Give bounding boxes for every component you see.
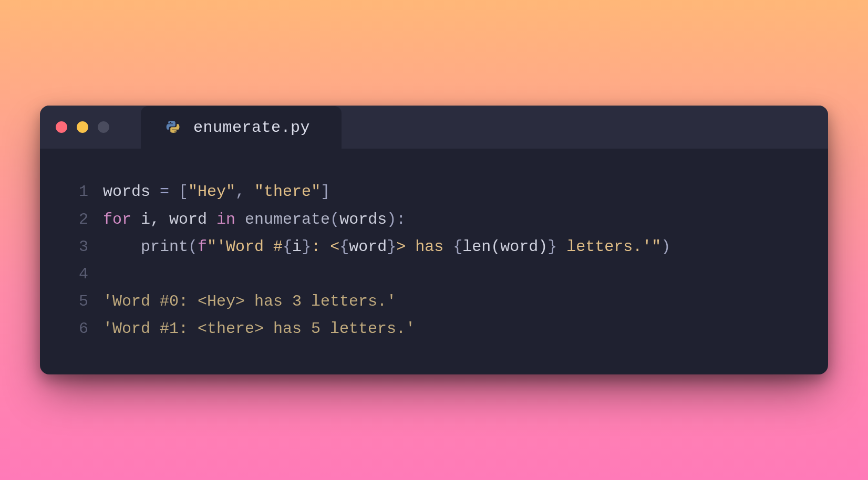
- code-line: 3 print(f"'Word #{i}: <{word}> has {len(…: [61, 233, 807, 260]
- traffic-maximize-icon[interactable]: [98, 121, 109, 133]
- output-text: 'Word #0: <Hey> has 3 letters.': [103, 288, 396, 315]
- code-token: (: [188, 233, 198, 260]
- traffic-lights: [56, 121, 109, 133]
- line-number: 6: [61, 315, 88, 342]
- code-line: 4: [61, 260, 807, 288]
- editor-window: enumerate.py 1 words = ["Hey", "there"] …: [40, 106, 828, 374]
- code-token: enumerate: [245, 206, 330, 233]
- code-token: }: [387, 233, 396, 260]
- code-token: "there": [254, 178, 321, 205]
- tab-filename: enumerate.py: [193, 119, 310, 137]
- line-number: 5: [61, 288, 88, 315]
- code-token: [: [179, 178, 188, 205]
- line-number: 3: [61, 233, 88, 260]
- python-icon: [165, 120, 181, 135]
- code-token: len(word): [462, 233, 547, 260]
- code-token: ]: [321, 178, 330, 205]
- code-line: 5 'Word #0: <Hey> has 3 letters.': [61, 288, 807, 315]
- code-token: print: [141, 233, 188, 260]
- code-token: "'Word #: [207, 233, 283, 260]
- code-editor[interactable]: 1 words = ["Hey", "there"] 2 for i, word…: [40, 149, 828, 374]
- tab-active[interactable]: enumerate.py: [141, 106, 342, 149]
- line-number: 2: [61, 206, 88, 233]
- code-token: {: [453, 233, 462, 260]
- code-line: 2 for i, word in enumerate(words):: [61, 206, 807, 233]
- code-token: {: [283, 233, 292, 260]
- code-token: ,: [235, 178, 254, 205]
- code-token: : <: [311, 233, 339, 260]
- code-token: i, word: [131, 206, 216, 233]
- code-token: for: [103, 206, 131, 233]
- code-token: letters.'": [557, 233, 661, 260]
- traffic-close-icon[interactable]: [56, 121, 67, 133]
- code-token: "Hey": [188, 178, 235, 205]
- code-token: =: [160, 178, 169, 205]
- code-token: > has: [396, 233, 453, 260]
- line-number: 1: [61, 178, 88, 205]
- code-token: (: [330, 206, 339, 233]
- code-token: f: [198, 233, 207, 260]
- output-text: 'Word #1: <there> has 5 letters.': [103, 315, 415, 342]
- code-token: ):: [387, 206, 406, 233]
- code-token: i: [292, 233, 302, 260]
- code-token: words: [339, 206, 387, 233]
- line-number: 4: [61, 260, 88, 288]
- code-line: 1 words = ["Hey", "there"]: [61, 178, 807, 205]
- code-token: words: [103, 178, 160, 205]
- code-token: in: [216, 206, 235, 233]
- code-token: ): [661, 233, 670, 260]
- traffic-minimize-icon[interactable]: [77, 121, 88, 133]
- code-line: 6 'Word #1: <there> has 5 letters.': [61, 315, 807, 342]
- code-token: }: [547, 233, 557, 260]
- code-token: word: [349, 233, 387, 260]
- code-token: [235, 206, 245, 233]
- code-token: }: [302, 233, 311, 260]
- code-token: [103, 233, 141, 260]
- titlebar: enumerate.py: [40, 106, 828, 149]
- code-token: [169, 178, 179, 205]
- code-token: {: [339, 233, 349, 260]
